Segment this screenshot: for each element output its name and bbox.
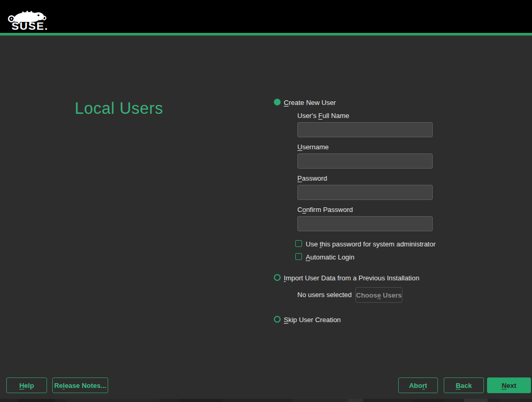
suse-logo-text: SUSE. bbox=[11, 20, 49, 32]
no-users-selected-status: No users selected bbox=[297, 291, 352, 299]
confirm-password-label: Confirm Password bbox=[297, 206, 353, 214]
sysadmin-password-checkbox[interactable] bbox=[295, 240, 302, 247]
automatic-login-label[interactable]: Automatic Login bbox=[306, 254, 354, 261]
release-notes-button[interactable]: Release Notes... bbox=[52, 377, 108, 393]
radio-create-new-user[interactable] bbox=[274, 99, 281, 105]
page-title: Local Users bbox=[75, 99, 163, 118]
automatic-login-checkbox[interactable] bbox=[295, 253, 302, 260]
radio-skip-user-creation-label[interactable]: Skip User Creation bbox=[284, 316, 341, 324]
radio-import-user-data-label[interactable]: Import User Data from a Previous Install… bbox=[284, 275, 419, 282]
fullname-label: User's Full Name bbox=[297, 112, 349, 120]
back-button[interactable]: Back bbox=[444, 377, 484, 393]
fullname-input[interactable] bbox=[297, 122, 433, 137]
radio-skip-user-creation[interactable] bbox=[274, 316, 281, 323]
radio-create-new-user-label[interactable]: Create New User bbox=[284, 99, 336, 107]
username-input[interactable] bbox=[297, 153, 433, 169]
choose-users-button[interactable]: Choose Users bbox=[355, 287, 402, 303]
confirm-password-input[interactable] bbox=[297, 216, 433, 231]
suse-logo: SUSE. bbox=[6, 5, 64, 31]
username-label: Username bbox=[297, 144, 329, 151]
radio-import-user-data[interactable] bbox=[274, 274, 281, 281]
abort-button[interactable]: Abort bbox=[398, 377, 438, 393]
help-button[interactable]: Help bbox=[6, 377, 47, 393]
sysadmin-password-label[interactable]: Use this password for system administrat… bbox=[306, 241, 436, 248]
next-button[interactable]: Next bbox=[487, 377, 531, 393]
header-green-divider bbox=[0, 33, 532, 36]
header-bar bbox=[0, 0, 532, 33]
password-label: Password bbox=[297, 175, 327, 182]
password-input[interactable] bbox=[297, 185, 433, 200]
desktop-sliver bbox=[0, 399, 532, 402]
